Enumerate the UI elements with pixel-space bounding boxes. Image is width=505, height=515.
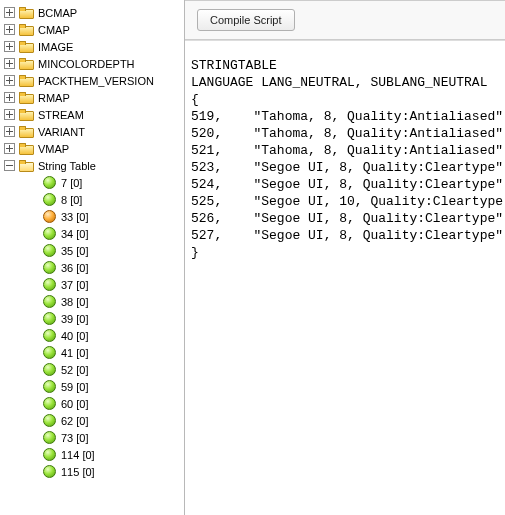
resource-green-icon <box>43 414 56 427</box>
tree-item-resource[interactable]: 52 [0] <box>0 361 184 378</box>
tree-item-resource[interactable]: 41 [0] <box>0 344 184 361</box>
folder-icon <box>19 126 34 138</box>
expand-icon[interactable] <box>4 109 15 120</box>
tree-item-folder[interactable]: PACKTHEM_VERSION <box>0 72 184 89</box>
resource-green-icon <box>43 278 56 291</box>
tree-item-resource[interactable]: 38 [0] <box>0 293 184 310</box>
resource-green-icon <box>43 329 56 342</box>
tree-folder[interactable]: CMAP <box>38 24 70 36</box>
tree-item-resource[interactable]: 36 [0] <box>0 259 184 276</box>
tree-item-folder[interactable]: BCMAP <box>0 4 184 21</box>
tree-item-folder[interactable]: CMAP <box>0 21 184 38</box>
expand-icon[interactable] <box>4 126 15 137</box>
folder-icon <box>19 7 34 19</box>
folder-icon <box>19 143 34 155</box>
expand-icon[interactable] <box>4 143 15 154</box>
resource-green-icon <box>43 363 56 376</box>
tree-item-resource[interactable]: 114 [0] <box>0 446 184 463</box>
resource-green-icon <box>43 261 56 274</box>
tree-resource-label[interactable]: 73 [0] <box>61 432 89 444</box>
resource-green-icon <box>43 397 56 410</box>
resource-green-icon <box>43 295 56 308</box>
tree-item-folder[interactable]: RMAP <box>0 89 184 106</box>
tree-resource-label[interactable]: 36 [0] <box>61 262 89 274</box>
folder-icon <box>19 58 34 70</box>
tree-item-resource[interactable]: 59 [0] <box>0 378 184 395</box>
collapse-icon[interactable] <box>4 160 15 171</box>
script-textarea[interactable]: STRINGTABLE LANGUAGE LANG_NEUTRAL, SUBLA… <box>185 40 505 515</box>
folder-icon <box>19 75 34 87</box>
tree-resource-label[interactable]: 114 [0] <box>61 449 95 461</box>
tree-resource-label[interactable]: 38 [0] <box>61 296 89 308</box>
tree-item-folder[interactable]: IMAGE <box>0 38 184 55</box>
tree-resource-label[interactable]: 59 [0] <box>61 381 89 393</box>
tree-item-folder-open[interactable]: String Table <box>0 157 184 174</box>
folder-icon <box>19 24 34 36</box>
tree-folder[interactable]: MINCOLORDEPTH <box>38 58 135 70</box>
tree-item-resource[interactable]: 60 [0] <box>0 395 184 412</box>
tree-resource-label[interactable]: 40 [0] <box>61 330 89 342</box>
resource-green-icon <box>43 312 56 325</box>
tree-resource-label[interactable]: 34 [0] <box>61 228 89 240</box>
tree-resource-label[interactable]: 115 [0] <box>61 466 95 478</box>
tree-item-folder[interactable]: MINCOLORDEPTH <box>0 55 184 72</box>
tree-item-resource[interactable]: 40 [0] <box>0 327 184 344</box>
resource-green-icon <box>43 227 56 240</box>
resource-green-icon <box>43 346 56 359</box>
tree-resource-label[interactable]: 7 [0] <box>61 177 82 189</box>
expand-icon[interactable] <box>4 7 15 18</box>
editor-pane: Compile Script STRINGTABLE LANGUAGE LANG… <box>185 0 505 515</box>
tree-item-folder[interactable]: STREAM <box>0 106 184 123</box>
toolbar: Compile Script <box>185 0 505 40</box>
expand-icon[interactable] <box>4 24 15 35</box>
tree-folder[interactable]: STREAM <box>38 109 84 121</box>
tree-resource-label[interactable]: 62 [0] <box>61 415 89 427</box>
tree-item-resource[interactable]: 35 [0] <box>0 242 184 259</box>
tree-item-resource[interactable]: 115 [0] <box>0 463 184 480</box>
resource-green-icon <box>43 244 56 257</box>
tree-resource-label[interactable]: 33 [0] <box>61 211 89 223</box>
tree-resource-label[interactable]: 41 [0] <box>61 347 89 359</box>
resource-green-icon <box>43 448 56 461</box>
tree-item-folder[interactable]: VARIANT <box>0 123 184 140</box>
tree-folder[interactable]: VARIANT <box>38 126 85 138</box>
tree-resource-label[interactable]: 37 [0] <box>61 279 89 291</box>
tree-resource-label[interactable]: 39 [0] <box>61 313 89 325</box>
tree-folder-open[interactable]: String Table <box>38 160 96 172</box>
tree-folder[interactable]: BCMAP <box>38 7 77 19</box>
folder-icon <box>19 160 34 172</box>
tree-folder[interactable]: VMAP <box>38 143 69 155</box>
tree-item-resource[interactable]: 7 [0] <box>0 174 184 191</box>
tree-item-resource[interactable]: 37 [0] <box>0 276 184 293</box>
expand-icon[interactable] <box>4 41 15 52</box>
resource-green-icon <box>43 465 56 478</box>
tree-item-resource[interactable]: 73 [0] <box>0 429 184 446</box>
resource-green-icon <box>43 193 56 206</box>
expand-icon[interactable] <box>4 58 15 69</box>
tree-item-resource[interactable]: 39 [0] <box>0 310 184 327</box>
tree-folder[interactable]: RMAP <box>38 92 70 104</box>
resource-orange-icon <box>43 210 56 223</box>
resource-green-icon <box>43 176 56 189</box>
tree-resource-label[interactable]: 8 [0] <box>61 194 82 206</box>
tree-resource-label[interactable]: 52 [0] <box>61 364 89 376</box>
compile-script-button[interactable]: Compile Script <box>197 9 295 31</box>
resource-green-icon <box>43 380 56 393</box>
tree-folder[interactable]: PACKTHEM_VERSION <box>38 75 154 87</box>
tree-resource-label[interactable]: 35 [0] <box>61 245 89 257</box>
folder-icon <box>19 109 34 121</box>
tree-item-resource[interactable]: 8 [0] <box>0 191 184 208</box>
folder-icon <box>19 41 34 53</box>
tree-item-resource[interactable]: 62 [0] <box>0 412 184 429</box>
expand-icon[interactable] <box>4 75 15 86</box>
tree-folder[interactable]: IMAGE <box>38 41 73 53</box>
tree-resource-label[interactable]: 60 [0] <box>61 398 89 410</box>
tree-pane: BCMAPCMAPIMAGEMINCOLORDEPTHPACKTHEM_VERS… <box>0 0 185 515</box>
tree-item-resource[interactable]: 34 [0] <box>0 225 184 242</box>
resource-green-icon <box>43 431 56 444</box>
expand-icon[interactable] <box>4 92 15 103</box>
tree-item-resource[interactable]: 33 [0] <box>0 208 184 225</box>
folder-icon <box>19 92 34 104</box>
tree-item-folder[interactable]: VMAP <box>0 140 184 157</box>
